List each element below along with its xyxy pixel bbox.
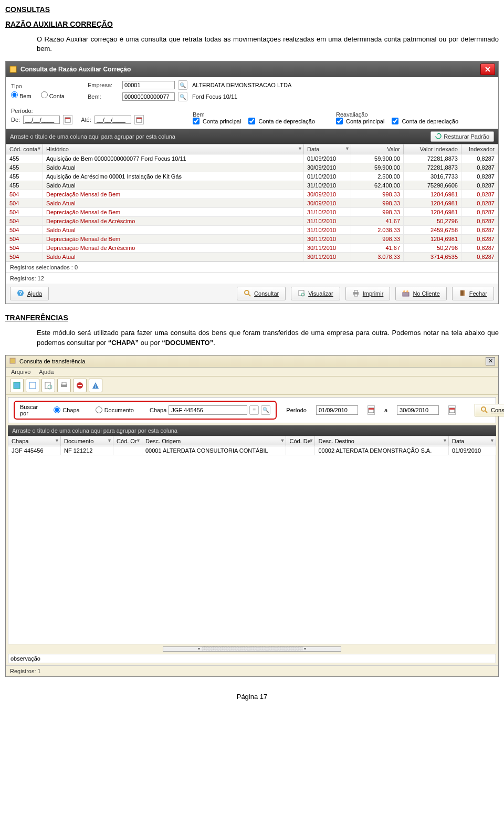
transfer-titlebar: Consulta de transferência ✕ xyxy=(6,356,498,368)
col2-data[interactable]: Data▼ xyxy=(449,436,496,446)
print-icon xyxy=(352,289,360,298)
tool-btn-preview[interactable] xyxy=(41,379,55,392)
tool-btn-print[interactable] xyxy=(57,379,71,392)
cal-de-icon[interactable] xyxy=(368,405,375,415)
radio-chapa-2[interactable]: Chapa xyxy=(54,406,79,413)
door-icon xyxy=(459,289,466,298)
bem-conta-principal-chk[interactable]: Conta principal xyxy=(193,118,241,124)
col2-descor[interactable]: Desc. Origem▼ xyxy=(142,436,286,446)
buscar-legend: Buscar por xyxy=(20,404,38,416)
radio-bem[interactable]: Bem xyxy=(11,91,32,99)
col-valor[interactable]: Valor xyxy=(351,144,404,154)
bem-code-input[interactable] xyxy=(122,92,175,101)
col-cod[interactable]: Cód. conta▼ xyxy=(6,144,43,154)
table-row[interactable]: 504Depreciação Mensal de Acréscimo31/10/… xyxy=(6,217,498,226)
bem-lookup-icon[interactable]: 🔍 xyxy=(178,92,187,101)
list-icon[interactable]: ≡ xyxy=(249,405,259,415)
table-row[interactable]: 504Saldo Atual30/11/20103.078,333714,653… xyxy=(6,253,498,262)
table-row[interactable]: 504Depreciação Mensal de Acréscimo30/11/… xyxy=(6,244,498,253)
table-row[interactable]: 504Saldo Atual30/09/2010998,331204,69810… xyxy=(6,199,498,208)
empresa-code-input[interactable] xyxy=(122,81,175,89)
menu-bar: Arquivo Ajuda xyxy=(6,368,498,377)
ate-calendar-icon[interactable] xyxy=(134,115,144,124)
empresa-lookup-icon[interactable]: 🔍 xyxy=(178,80,187,90)
search-icon-2[interactable]: 🔍 xyxy=(261,405,270,415)
col2-documento[interactable]: Documento▼ xyxy=(61,436,113,446)
col2-codde[interactable]: Cód. De▼ xyxy=(286,436,315,446)
bem-conta-deprec-chk[interactable]: Conta de depreciação xyxy=(248,118,315,124)
count-status-2: Registros: 1 xyxy=(6,665,498,676)
svg-text:?: ? xyxy=(19,290,22,296)
col-cod-label: Cód. conta xyxy=(9,146,37,152)
radio-documento-2[interactable]: Documento xyxy=(96,406,134,413)
collapse-handle[interactable]: ▾ ░░░░░░░░░░░░░░░░░░░░░░░░░░░░░░░░░░ ▾ xyxy=(163,646,341,652)
menu-ajuda[interactable]: Ajuda xyxy=(39,369,54,375)
tool-btn-stop[interactable] xyxy=(73,379,87,392)
reav-cp-label: Conta principal xyxy=(346,118,384,124)
col2-chapa[interactable]: Chapa▼ xyxy=(8,436,61,446)
radio-conta[interactable]: Conta xyxy=(41,91,65,99)
table-row[interactable]: 504Depreciação Mensal de Bem31/10/201099… xyxy=(6,208,498,217)
col-data[interactable]: Data▼ xyxy=(304,144,351,154)
cal-ate-icon[interactable] xyxy=(448,405,456,415)
col-hist[interactable]: Histórico▼ xyxy=(43,144,304,154)
table-row[interactable]: 504Depreciação Mensal de Bem30/09/201099… xyxy=(6,190,498,199)
table-row[interactable]: 455Saldo Atual30/09/201059.900,0072281,8… xyxy=(6,163,498,172)
chevron-down-icon: ▼ xyxy=(280,438,285,443)
client-icon xyxy=(402,289,410,298)
chevron-down-icon: ▼ xyxy=(37,146,41,151)
de-label: De: xyxy=(11,117,20,123)
tool-btn-1[interactable] xyxy=(10,379,24,392)
col2-codor[interactable]: Cód. Or▼ xyxy=(113,436,142,446)
table-row[interactable]: 455Aquisição de Acréscimo 00001 Instalaç… xyxy=(6,172,498,181)
consultar-button-2[interactable]: Consultar xyxy=(475,404,504,416)
fechar-button[interactable]: Fechar xyxy=(452,287,494,300)
ate-input[interactable] xyxy=(94,116,131,124)
close-button[interactable] xyxy=(480,64,495,75)
reav-conta-deprec-chk[interactable]: Conta de depreciação xyxy=(392,118,458,124)
svg-rect-4 xyxy=(136,118,142,119)
radio-chapa-2-label: Chapa xyxy=(62,407,79,413)
toolbar: i xyxy=(6,377,498,395)
col-idx[interactable]: Indexador xyxy=(461,144,498,154)
de-calendar-icon[interactable] xyxy=(63,115,72,124)
svg-rect-13 xyxy=(354,294,358,296)
de-input[interactable] xyxy=(23,116,60,124)
menu-arquivo[interactable]: Arquivo xyxy=(11,369,30,375)
fechar-label: Fechar xyxy=(469,290,487,297)
periodo-label-2: Período xyxy=(286,407,307,413)
imprimir-button[interactable]: Imprimir xyxy=(345,287,391,300)
close-button-2[interactable]: ✕ xyxy=(486,357,495,365)
restore-default-button[interactable]: Restaurar Padrão xyxy=(430,131,494,142)
table-row[interactable]: 455Saldo Atual31/10/201062.400,0075298,6… xyxy=(6,181,498,190)
empresa-name xyxy=(191,81,406,89)
svg-rect-17 xyxy=(460,290,464,296)
svg-point-34 xyxy=(481,407,486,411)
tool-btn-info[interactable]: i xyxy=(89,379,102,392)
nocliente-button[interactable]: No Cliente xyxy=(395,287,446,300)
reav-conta-principal-chk[interactable]: Conta principal xyxy=(336,118,384,124)
svg-rect-0 xyxy=(10,66,16,72)
consultar-button[interactable]: Consultar xyxy=(237,287,286,300)
svg-rect-33 xyxy=(449,408,455,410)
visualizar-button[interactable]: Visualizar xyxy=(291,287,340,300)
col2-descde[interactable]: Desc. Destino▼ xyxy=(315,436,449,446)
tool-btn-2[interactable] xyxy=(26,379,39,392)
periodo-ate-input[interactable] xyxy=(397,405,439,415)
table-row[interactable]: 504Saldo Atual31/10/20102.038,332459,675… xyxy=(6,226,498,235)
table-row[interactable]: JGF 445456 NF 121212 00001 ALTERDATA CON… xyxy=(8,446,496,455)
intro-paragraph-1: O Razão Auxiliar correção é uma consulta… xyxy=(37,35,499,54)
app-icon xyxy=(9,65,17,74)
ajuda-button[interactable]: ? Ajuda xyxy=(10,287,49,300)
observacao-input[interactable] xyxy=(8,654,496,663)
sel-status: Registros selecionados : 0 xyxy=(6,262,498,273)
para2-mid: ou por xyxy=(139,339,162,347)
chapa-input[interactable] xyxy=(169,405,247,415)
bem-label: Bem: xyxy=(88,93,119,100)
periodo-label: Período: xyxy=(11,108,190,114)
table-row[interactable]: 455Aquisição de Bem 00000000000077 Ford … xyxy=(6,154,498,163)
table-row[interactable]: 504Depreciação Mensal de Bem30/11/201099… xyxy=(6,235,498,244)
periodo-de-input[interactable] xyxy=(316,405,358,415)
svg-rect-25 xyxy=(62,382,66,385)
col-valor-idx[interactable]: Valor indexado xyxy=(404,144,461,154)
